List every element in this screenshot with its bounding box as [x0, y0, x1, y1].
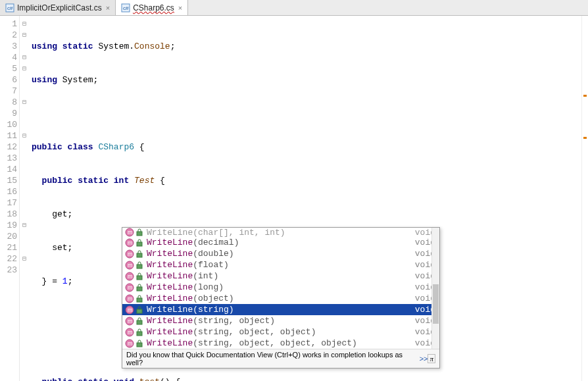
fold-toggle	[20, 86, 29, 97]
completion-popup: mWriteLine(char[], int, int)voidmWriteLi…	[122, 227, 440, 368]
lock-icon	[135, 283, 144, 292]
editor-tab-bar: c# ImplicitOrExplicitCast.cs × c# CSharp…	[0, 0, 588, 16]
method-icon: m	[125, 317, 134, 326]
hint-link[interactable]: >>	[420, 355, 428, 363]
line-number: 7	[0, 86, 17, 97]
lock-icon	[135, 317, 144, 326]
svg-rect-27	[137, 309, 142, 313]
tab-label: ImplicitOrExplicitCast.cs	[17, 3, 102, 13]
line-number: 16	[0, 186, 17, 197]
scrollbar-thumb[interactable]	[433, 284, 439, 324]
line-number: 20	[0, 231, 17, 242]
line-number: 8	[0, 97, 17, 108]
lock-icon	[135, 238, 144, 247]
lock-icon	[135, 294, 144, 303]
completion-item[interactable]: mWriteLine(object)void	[122, 293, 439, 304]
svg-rect-24	[137, 298, 142, 302]
line-number: 17	[0, 197, 17, 209]
line-number: 12	[0, 141, 17, 153]
line-number: 21	[0, 242, 17, 253]
line-number: 19	[0, 220, 17, 231]
fold-toggle[interactable]: ⊟	[20, 18, 29, 30]
pi-icon[interactable]: π	[428, 354, 435, 363]
completion-item[interactable]: mWriteLine(string)void	[122, 304, 439, 315]
fold-toggle[interactable]: ⊟	[20, 220, 29, 231]
fold-toggle	[20, 119, 29, 130]
close-icon[interactable]: ×	[105, 4, 111, 12]
completion-item[interactable]: mWriteLine(string, object)void	[122, 315, 439, 326]
completion-list[interactable]: mWriteLine(char[], int, int)voidmWriteLi…	[122, 228, 439, 349]
line-number: 4	[0, 52, 17, 63]
svg-text:m: m	[128, 251, 133, 257]
fold-toggle	[20, 141, 29, 153]
svg-text:m: m	[128, 262, 133, 268]
line-number: 23	[0, 265, 17, 276]
marker-bar[interactable]	[581, 16, 588, 381]
method-icon: m	[125, 228, 134, 237]
warning-marker[interactable]	[583, 137, 587, 139]
completion-item[interactable]: mWriteLine(long)void	[122, 282, 439, 293]
svg-rect-30	[137, 320, 142, 324]
completion-item[interactable]: mWriteLine(int)void	[122, 270, 439, 282]
method-icon: m	[125, 294, 134, 303]
fold-toggle[interactable]: ⊟	[20, 253, 29, 265]
fold-toggle	[20, 153, 29, 164]
svg-text:m: m	[128, 307, 133, 313]
completion-item[interactable]: mWriteLine(string, object, object, objec…	[122, 338, 439, 349]
svg-text:m: m	[128, 229, 133, 236]
completion-item[interactable]: mWriteLine(double)void	[122, 248, 439, 259]
method-icon: m	[125, 238, 134, 247]
tab-csharp6[interactable]: c# CSharp6.cs ×	[116, 0, 188, 15]
completion-item[interactable]: mWriteLine(decimal)void	[122, 237, 439, 248]
fold-toggle	[20, 197, 29, 209]
csharp-file-icon: c#	[121, 3, 130, 13]
line-number: 11	[0, 130, 17, 141]
fold-toggle	[20, 164, 29, 175]
hint-text: Did you know that Quick Documentation Vi…	[126, 351, 417, 367]
tab-label: CSharp6.cs	[133, 3, 174, 13]
fold-gutter: ⊟⊟⊟⊟⊟⊟⊟⊟	[20, 16, 29, 381]
method-icon: m	[125, 328, 134, 337]
close-icon[interactable]: ×	[177, 4, 184, 12]
fold-toggle	[20, 209, 29, 220]
lock-icon	[135, 339, 144, 348]
method-icon: m	[125, 283, 134, 292]
method-icon: m	[125, 249, 134, 259]
fold-toggle[interactable]: ⊟	[20, 52, 29, 63]
method-icon: m	[125, 339, 134, 348]
fold-toggle	[20, 108, 29, 119]
line-number: 13	[0, 153, 17, 164]
method-icon: m	[125, 272, 134, 281]
fold-toggle	[20, 41, 29, 52]
fold-toggle	[20, 175, 29, 186]
fold-toggle[interactable]: ⊟	[20, 30, 29, 41]
fold-toggle[interactable]: ⊟	[20, 130, 29, 141]
lock-icon	[135, 305, 144, 315]
fold-toggle[interactable]: ⊟	[20, 97, 29, 108]
line-number: 10	[0, 119, 17, 130]
lock-icon	[135, 249, 144, 259]
svg-rect-15	[137, 265, 142, 268]
method-icon: m	[125, 261, 134, 270]
svg-text:m: m	[128, 273, 133, 280]
tab-implicit-cast[interactable]: c# ImplicitOrExplicitCast.cs ×	[0, 0, 116, 15]
scrollbar[interactable]	[431, 228, 439, 349]
svg-rect-33	[137, 332, 142, 336]
fold-toggle[interactable]: ⊟	[20, 63, 29, 74]
warning-marker[interactable]	[583, 95, 587, 97]
completion-item[interactable]: mWriteLine(float)void	[122, 259, 439, 270]
line-number: 5	[0, 63, 17, 74]
line-number-gutter: 1234567891011121314151617181920212223	[0, 16, 20, 381]
method-icon: m	[125, 305, 134, 315]
svg-rect-6	[137, 232, 142, 236]
fold-toggle	[20, 186, 29, 197]
completion-item[interactable]: mWriteLine(string, object, object)void	[122, 326, 439, 338]
svg-text:c#: c#	[123, 5, 129, 11]
lock-icon	[135, 272, 144, 281]
line-number: 15	[0, 175, 17, 186]
csharp-file-icon: c#	[5, 3, 14, 13]
svg-text:m: m	[128, 295, 133, 302]
svg-text:m: m	[128, 318, 133, 324]
svg-text:m: m	[128, 240, 133, 246]
completion-item[interactable]: mWriteLine(char[], int, int)void	[122, 228, 439, 237]
